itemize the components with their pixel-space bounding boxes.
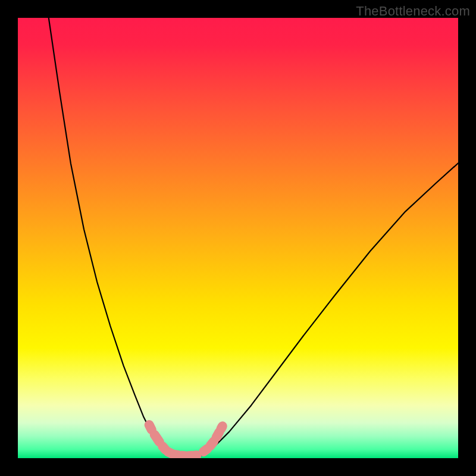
marker-bead [149,425,152,430]
bottleneck-curve [49,18,458,458]
marker-bead [155,435,159,442]
marker-bead [203,449,208,452]
plot-area [18,18,458,458]
marker-group [149,425,223,456]
chart-frame: TheBottleneck.com [0,0,476,476]
curve-group [49,18,458,458]
marker-bead [210,441,214,446]
chart-svg [18,18,458,458]
marker-bead [221,426,222,428]
watermark-text: TheBottleneck.com [356,4,470,19]
